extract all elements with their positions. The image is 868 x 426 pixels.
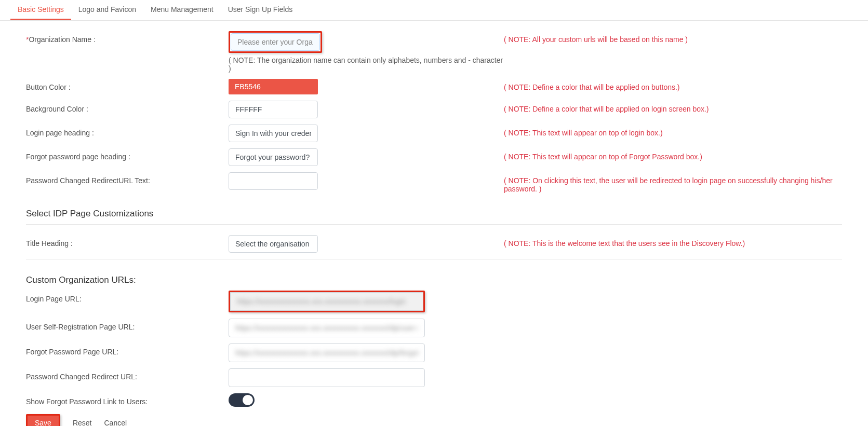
toggle-knob xyxy=(243,395,253,405)
tabs-bar: Basic Settings Logo and Favicon Menu Man… xyxy=(0,0,868,21)
pwd-redirect-url-input[interactable] xyxy=(229,368,425,387)
login-url-highlight: https://xxxxxxxxxxxxxx.xxx.xxxxxxxxxx.xx… xyxy=(229,291,425,312)
title-heading-input[interactable] xyxy=(229,235,318,253)
show-forgot-toggle[interactable] xyxy=(229,393,255,407)
login-heading-input[interactable] xyxy=(229,125,318,142)
background-color-note: ( NOTE: Define a color that will be appl… xyxy=(504,101,842,113)
save-button[interactable]: Save xyxy=(28,416,59,426)
tab-user-signup-fields[interactable]: User Sign Up Fields xyxy=(221,0,300,20)
background-color-label: Background Color : xyxy=(26,101,229,113)
tab-logo-favicon[interactable]: Logo and Favicon xyxy=(71,0,143,20)
login-url-input[interactable]: https://xxxxxxxxxxxxxx.xxx.xxxxxxxxxx.xx… xyxy=(230,292,423,311)
forgot-heading-note: ( NOTE: This text will appear on top of … xyxy=(504,148,842,161)
forgot-heading-label: Forgot password page heading : xyxy=(26,148,229,161)
pwd-redirect-url-label: Password Changed Redirect URL: xyxy=(26,368,229,381)
login-heading-note: ( NOTE: This text will appear on top of … xyxy=(504,125,842,137)
org-name-note: ( NOTE: All your custom urls will be bas… xyxy=(504,31,842,44)
pwd-redirect-text-note: ( NOTE: On clicking this text, the user … xyxy=(504,172,842,193)
login-url-label: Login Page URL: xyxy=(26,291,229,303)
section-urls-title: Custom Organization URLs: xyxy=(26,275,842,285)
tab-menu-management[interactable]: Menu Management xyxy=(143,0,221,20)
reset-button[interactable]: Reset xyxy=(73,419,92,426)
org-name-highlight xyxy=(229,31,322,53)
button-color-label: Button Color : xyxy=(26,79,229,91)
title-heading-note: ( NOTE: This is the welcome text that th… xyxy=(504,235,842,248)
self-reg-url-label: User Self-Registration Page URL: xyxy=(26,319,229,331)
self-reg-url-input[interactable]: https://xxxxxxxxxxxxxx.xxx.xxxxxxxxxx.xx… xyxy=(229,319,425,337)
section-idp-title: Select IDP Page Customizations xyxy=(26,209,842,219)
pwd-redirect-text-label: Password Changed RedirectURL Text: xyxy=(26,172,229,185)
divider xyxy=(26,224,842,225)
pwd-redirect-text-input[interactable] xyxy=(229,172,318,190)
cancel-button[interactable]: Cancel xyxy=(104,419,127,426)
button-color-note: ( NOTE: Define a color that will be appl… xyxy=(504,79,842,91)
forgot-url-input[interactable]: https://xxxxxxxxxxxxxx.xxx.xxxxxxxxxx.xx… xyxy=(229,343,425,362)
divider xyxy=(26,259,842,259)
button-color-swatch[interactable]: EB5546 xyxy=(229,79,318,94)
forgot-url-label: Forgot Password Page URL: xyxy=(26,343,229,356)
org-name-subnote: ( NOTE: The organization name can contai… xyxy=(229,56,504,73)
login-heading-label: Login page heading : xyxy=(26,125,229,137)
background-color-input[interactable] xyxy=(229,101,318,118)
save-button-highlight: Save xyxy=(26,414,60,426)
org-name-input[interactable] xyxy=(231,33,320,51)
org-name-label: Organization Name : xyxy=(29,35,95,44)
forgot-heading-input[interactable] xyxy=(229,148,318,166)
show-forgot-label: Show Forgot Password Link to Users: xyxy=(26,393,229,406)
tab-basic-settings[interactable]: Basic Settings xyxy=(10,0,71,20)
title-heading-label: Title Heading : xyxy=(26,235,229,248)
